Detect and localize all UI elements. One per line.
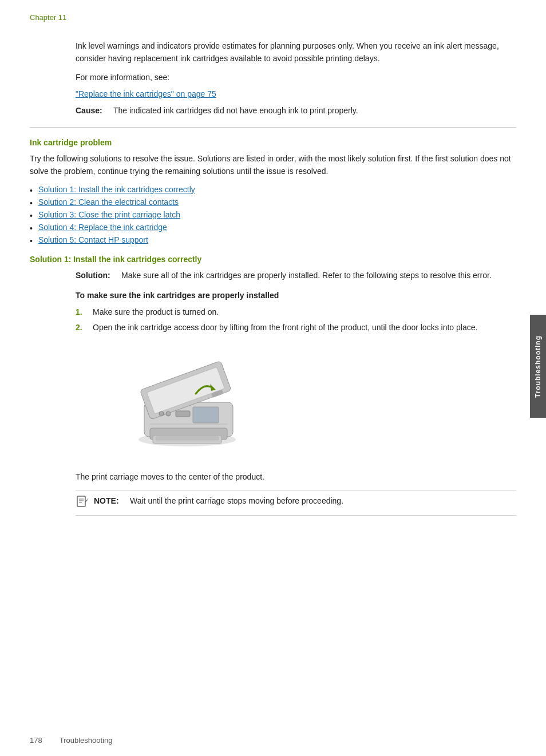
solution-text: Make sure all of the ink cartridges are … bbox=[121, 271, 492, 280]
bullet-icon: • bbox=[30, 236, 33, 246]
list-item: • Solution 2: Clean the electrical conta… bbox=[30, 197, 516, 208]
carriage-text: The print carriage moves to the center o… bbox=[76, 471, 516, 483]
side-tab: Troubleshooting bbox=[530, 315, 546, 418]
solution-link-2[interactable]: Solution 2: Clean the electrical contact… bbox=[38, 197, 179, 207]
cause-text: The indicated ink cartridges did not hav… bbox=[113, 106, 358, 115]
sub-heading-installed: To make sure the ink cartridges are prop… bbox=[76, 290, 516, 302]
step-number-1: 1. bbox=[76, 306, 87, 318]
solution-1-body: Solution: Make sure all of the ink cartr… bbox=[76, 270, 516, 516]
chapter-label: Chapter 11 bbox=[30, 13, 66, 22]
ink-problem-body: Try the following solutions to resolve t… bbox=[30, 153, 516, 177]
list-item: • Solution 5: Contact HP support bbox=[30, 235, 516, 246]
divider-1 bbox=[30, 127, 516, 128]
svg-rect-12 bbox=[156, 437, 219, 440]
cause-line: Cause: The indicated ink cartridges did … bbox=[76, 105, 516, 117]
note-keyword: NOTE: bbox=[94, 496, 119, 505]
steps-list: 1. Make sure the product is turned on. 2… bbox=[76, 306, 516, 334]
replace-cartridges-link[interactable]: "Replace the ink cartridges" on page 75 bbox=[76, 89, 216, 98]
intro-paragraph: Ink level warnings and indicators provid… bbox=[76, 40, 516, 65]
main-content: Ink level warnings and indicators provid… bbox=[30, 40, 516, 521]
printer-illustration bbox=[121, 345, 247, 460]
printer-svg bbox=[121, 345, 247, 460]
cause-label: Cause: bbox=[76, 106, 102, 115]
solution-link-4[interactable]: Solution 4: Replace the ink cartridge bbox=[38, 223, 167, 232]
svg-rect-10 bbox=[176, 411, 190, 417]
for-more-text: For more information, see: bbox=[76, 72, 516, 84]
solution-list: • Solution 1: Install the ink cartridges… bbox=[30, 185, 516, 246]
bullet-icon: • bbox=[30, 186, 33, 195]
svg-point-8 bbox=[159, 411, 164, 416]
solution-1-heading: Solution 1: Install the ink cartridges c… bbox=[30, 255, 516, 264]
solution-label: Solution: bbox=[76, 271, 110, 280]
bullet-icon: • bbox=[30, 199, 33, 208]
solution-link-3[interactable]: Solution 3: Close the print carriage lat… bbox=[38, 210, 180, 219]
step-number-2: 2. bbox=[76, 322, 87, 334]
footer-page-number: 178 bbox=[30, 736, 42, 745]
solution-link-5[interactable]: Solution 5: Contact HP support bbox=[38, 235, 148, 244]
footer-page-label: Troubleshooting bbox=[60, 736, 113, 745]
svg-rect-11 bbox=[193, 407, 219, 423]
solution-1-text: Solution: Make sure all of the ink cartr… bbox=[76, 270, 516, 282]
ink-cartridge-problem-section: Ink cartridge problem Try the following … bbox=[30, 138, 516, 245]
svg-point-9 bbox=[166, 411, 171, 416]
step-1-text: Make sure the product is turned on. bbox=[93, 306, 219, 318]
solution-link-1[interactable]: Solution 1: Install the ink cartridges c… bbox=[38, 185, 195, 194]
list-item: • Solution 1: Install the ink cartridges… bbox=[30, 185, 516, 195]
side-tab-label: Troubleshooting bbox=[534, 335, 542, 398]
note-box: NOTE: Wait until the print carriage stop… bbox=[76, 490, 516, 516]
note-body-text: Wait until the print carriage stops movi… bbox=[130, 496, 343, 505]
bullet-icon: • bbox=[30, 211, 33, 220]
list-item: • Solution 4: Replace the ink cartridge bbox=[30, 223, 516, 233]
footer: 178 Troubleshooting bbox=[30, 736, 112, 745]
step-2-text: Open the ink cartridge access door by li… bbox=[93, 322, 477, 334]
intro-section: Ink level warnings and indicators provid… bbox=[76, 40, 516, 117]
note-text-container: NOTE: Wait until the print carriage stop… bbox=[94, 495, 343, 507]
step-2: 2. Open the ink cartridge access door by… bbox=[76, 322, 516, 334]
note-icon bbox=[76, 495, 88, 510]
solution-1-section: Solution 1: Install the ink cartridges c… bbox=[30, 255, 516, 516]
ink-problem-heading: Ink cartridge problem bbox=[30, 138, 516, 147]
list-item: • Solution 3: Close the print carriage l… bbox=[30, 210, 516, 220]
step-1: 1. Make sure the product is turned on. bbox=[76, 306, 516, 318]
bullet-icon: • bbox=[30, 224, 33, 233]
svg-rect-14 bbox=[77, 496, 85, 506]
